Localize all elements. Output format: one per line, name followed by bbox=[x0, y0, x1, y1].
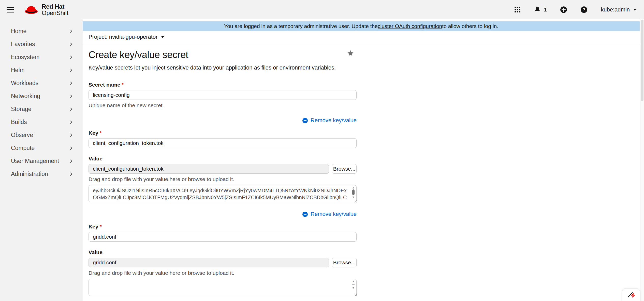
caret-down-icon bbox=[633, 8, 637, 11]
required-asterisk: * bbox=[100, 224, 102, 229]
key-input[interactable] bbox=[89, 232, 357, 242]
browse-button[interactable]: Browse... bbox=[332, 258, 357, 267]
resize-grip-icon[interactable] bbox=[354, 199, 357, 203]
chevron-right-icon bbox=[69, 68, 74, 73]
svg-text:?: ? bbox=[583, 7, 585, 12]
required-asterisk: * bbox=[122, 82, 124, 88]
chevron-right-icon bbox=[69, 133, 74, 138]
floating-widget[interactable] bbox=[622, 288, 640, 301]
secret-value-textarea[interactable]: eyJhbGciOiJSUzI1NiIsInR5cCI6IkpXVCJ9.eyJ… bbox=[89, 185, 357, 202]
key-label: Key* bbox=[89, 130, 357, 136]
sidebar-nav: Home Favorites Ecosystem Helm Workloads … bbox=[0, 19, 83, 301]
chevron-right-icon bbox=[69, 55, 74, 60]
minus-circle-icon bbox=[302, 118, 308, 124]
sidebar-item-favorites[interactable]: Favorites bbox=[0, 38, 83, 51]
page-description: Key/value secrets let you inject sensiti… bbox=[89, 64, 638, 71]
chevron-right-icon bbox=[69, 81, 74, 86]
sidebar-item-administration[interactable]: Administration bbox=[0, 168, 83, 181]
secret-name-label: Secret name* bbox=[89, 82, 357, 88]
textarea-scrollbar[interactable]: ▲▼ bbox=[351, 280, 356, 295]
username: kube:admin bbox=[601, 6, 630, 13]
sidebar-item-networking[interactable]: Networking bbox=[0, 90, 83, 103]
nav-toggle-icon[interactable] bbox=[7, 7, 14, 12]
oauth-config-link[interactable]: cluster OAuth configuration bbox=[378, 23, 442, 29]
file-name-readonly-input bbox=[89, 164, 329, 174]
app-launcher-icon[interactable] bbox=[514, 6, 521, 13]
remove-key-value-button[interactable]: Remove key/value bbox=[89, 117, 357, 124]
openshift-console: Red Hat OpenShift 1 bbox=[0, 0, 644, 301]
brand-text: Red Hat OpenShift bbox=[42, 3, 68, 16]
remove-key-value-button[interactable]: Remove key/value bbox=[89, 211, 357, 217]
brand-logo[interactable]: Red Hat OpenShift bbox=[23, 3, 68, 16]
textarea-scrollbar[interactable]: ▲▼ bbox=[351, 186, 356, 201]
chevron-right-icon bbox=[69, 42, 74, 47]
key-label: Key* bbox=[89, 224, 357, 230]
sidebar-item-builds[interactable]: Builds bbox=[0, 116, 83, 129]
secret-value-textarea[interactable] bbox=[89, 279, 357, 296]
secret-name-input[interactable] bbox=[89, 90, 357, 100]
key-input[interactable] bbox=[89, 138, 357, 148]
create-secret-form: Secret name* Unique name of the new secr… bbox=[83, 71, 362, 301]
browse-button[interactable]: Browse... bbox=[332, 164, 357, 174]
favorite-star-icon[interactable] bbox=[347, 49, 354, 58]
page-header: Create key/value secret Key/value secret… bbox=[83, 43, 644, 71]
chevron-right-icon bbox=[69, 146, 74, 150]
sidebar-item-helm[interactable]: Helm bbox=[0, 64, 83, 77]
masthead: Red Hat OpenShift 1 bbox=[0, 0, 644, 19]
caret-down-icon bbox=[161, 36, 165, 38]
import-icon[interactable] bbox=[560, 6, 567, 13]
project-label: Project: nvidia-gpu-operator bbox=[89, 34, 158, 40]
user-menu[interactable]: kube:admin bbox=[601, 6, 637, 13]
sidebar-item-ecosystem[interactable]: Ecosystem bbox=[0, 51, 83, 64]
help-icon[interactable]: ? bbox=[580, 6, 588, 13]
drop-helper: Drag and drop file with your value here … bbox=[89, 176, 357, 182]
notification-count: 1 bbox=[544, 6, 547, 13]
secret-name-helper: Unique name of the new secret. bbox=[89, 102, 357, 108]
redhat-fedora-icon bbox=[23, 4, 39, 15]
chevron-right-icon bbox=[69, 120, 74, 125]
sidebar-item-storage[interactable]: Storage bbox=[0, 103, 83, 116]
sidebar-item-compute[interactable]: Compute bbox=[0, 142, 83, 155]
chevron-right-icon bbox=[69, 159, 74, 163]
chevron-right-icon bbox=[69, 172, 74, 176]
bell-icon bbox=[534, 6, 541, 13]
sidebar-item-workloads[interactable]: Workloads bbox=[0, 77, 83, 90]
page-title: Create key/value secret bbox=[89, 49, 638, 60]
chevron-right-icon bbox=[69, 29, 74, 34]
signal-broken-icon bbox=[627, 291, 635, 299]
required-asterisk: * bbox=[100, 130, 102, 136]
drop-helper: Drag and drop file with your value here … bbox=[89, 270, 357, 276]
notifications-button[interactable]: 1 bbox=[534, 6, 547, 13]
main-content: You are logged in as a temporary adminis… bbox=[83, 19, 644, 301]
login-info-banner: You are logged in as a temporary adminis… bbox=[83, 21, 640, 31]
project-selector[interactable]: Project: nvidia-gpu-operator bbox=[89, 34, 165, 40]
sidebar-item-user-management[interactable]: User Management bbox=[0, 155, 83, 168]
value-label: Value bbox=[89, 156, 357, 162]
page-scrollbar[interactable] bbox=[640, 19, 644, 301]
resize-grip-icon[interactable] bbox=[354, 293, 357, 297]
sidebar-item-observe[interactable]: Observe bbox=[0, 129, 83, 142]
minus-circle-icon bbox=[302, 211, 308, 217]
file-name-readonly-input bbox=[89, 258, 329, 267]
chevron-right-icon bbox=[69, 107, 74, 112]
sidebar-item-home[interactable]: Home bbox=[0, 25, 83, 38]
chevron-right-icon bbox=[69, 94, 74, 99]
value-label: Value bbox=[89, 249, 357, 255]
project-bar: Project: nvidia-gpu-operator bbox=[83, 31, 644, 43]
